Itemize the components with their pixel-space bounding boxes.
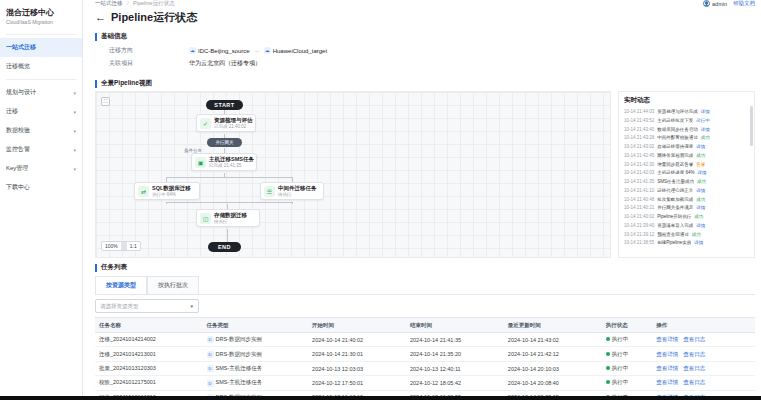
connector-line [227, 229, 228, 242]
flow-node-text: 中间件迁移任务待执行 [278, 185, 317, 197]
log-message: 主机迁移批次下发 [657, 117, 693, 126]
log-status-link[interactable]: 详情 [696, 187, 705, 196]
log-message: Pipeline开始执行 [657, 213, 691, 222]
flow-node-icon: ⇄ [138, 186, 149, 197]
view-detail-link[interactable]: 查看详情 [656, 336, 678, 342]
task-type-text: DRS-数据同步实例 [216, 336, 262, 342]
log-status-link[interactable]: 成功 [696, 152, 705, 161]
log-message: 创建Pipeline实例 [657, 239, 691, 248]
sidebar-item-2[interactable]: 迁移概览 [0, 57, 82, 76]
topbar: 一站式迁移 / Pipeline运行状态 👤 admin 帮助文档 [95, 0, 755, 7]
flow-node-title: 中间件迁移任务 [278, 185, 317, 192]
log-status-link[interactable]: 成功 [697, 178, 706, 187]
pipeline-canvas[interactable]: ⛶ START并行网关END条件分支✓资源梳理与评估已完成 21:40:02▣主… [95, 91, 611, 258]
task-table-header: 任务名称任务类型开始时间结束时间最近更新时间执行状态操作 [95, 318, 755, 333]
log-message: 存储迁移等待调度 [657, 143, 693, 152]
expand-canvas-icon[interactable]: ⛶ [101, 97, 110, 106]
log-status-link[interactable]: 详情 [696, 143, 705, 152]
log-status-link[interactable]: 运行中 [696, 117, 710, 126]
direction-label: 迁移方向 [109, 46, 189, 55]
view-detail-link[interactable]: 查看详情 [656, 365, 678, 371]
zoom-control[interactable]: 100% 1:1 [101, 241, 141, 251]
sidebar-menu: 一站式迁移迁移概览规划与设计▾迁移▾数据校验▾监控告警▾Key管理▾下载中心 [0, 38, 82, 197]
flow-node-4[interactable]: ☰中间件迁移任务待执行 [260, 182, 324, 200]
log-time: 10-14 21:42:30 [624, 161, 654, 170]
task-table: 任务名称任务类型开始时间结束时间最近更新时间执行状态操作 迁移_20241014… [95, 317, 755, 400]
log-time: 10-14 21:40:48 [624, 196, 654, 205]
log-message: 并行网关条件满足 [657, 204, 693, 213]
log-status-link[interactable]: 成功 [701, 134, 710, 143]
log-time: 10-14 21:41:35 [624, 178, 654, 187]
sidebar-item-5[interactable]: 数据校验▾ [0, 121, 82, 140]
end-time-cell: 2024-10-14 21:41:35 [406, 333, 504, 347]
tab-1[interactable]: 按资源类型 [95, 276, 147, 294]
table-row: 迁移_20241014214002DDRS-数据同步实例2024-10-14 2… [95, 333, 755, 347]
task-type-icon: D [207, 380, 214, 387]
end-time-cell: 2024-10-14 21:35:20 [406, 347, 504, 361]
log-status-link[interactable]: 详情 [696, 204, 705, 213]
help-link[interactable]: 帮助文档 [733, 0, 755, 7]
sidebar-item-7[interactable]: Key管理▾ [0, 159, 82, 178]
flow-node-title: SQL数据库迁移 [152, 185, 191, 192]
user-name: admin [712, 1, 727, 7]
log-status-link[interactable]: 告警 [696, 161, 705, 170]
resource-type-placeholder: 请选择资源类型 [100, 303, 139, 310]
flow-node-status: 待执行 [214, 219, 247, 224]
sidebar-item-3[interactable]: 规划与设计▾ [0, 83, 82, 102]
task-type-text: SMS-主机迁移任务 [216, 365, 263, 371]
log-time: 10-14 21:44:03 [624, 108, 654, 117]
log-status-link[interactable]: 成功 [694, 213, 703, 222]
view-log-link[interactable]: 查看日志 [683, 365, 705, 371]
sidebar-item-label: 迁移概览 [6, 62, 30, 71]
breadcrumb: 一站式迁移 / Pipeline运行状态 [95, 0, 175, 7]
log-message: 资源梳理与评估完成 [657, 108, 698, 117]
tab-2[interactable]: 按执行批次 [147, 276, 199, 294]
log-status-link[interactable]: 详情 [694, 239, 703, 248]
pipeline-wrap: ⛶ START并行网关END条件分支✓资源梳理与评估已完成 21:40:02▣主… [95, 91, 755, 258]
target-name: HuaweiCloud_target [273, 48, 327, 54]
view-log-link[interactable]: 查看日志 [683, 351, 705, 357]
resource-type-select[interactable]: 请选择资源类型 ▼ [95, 299, 199, 313]
page-title: Pipeline运行状态 [111, 10, 197, 25]
connector-line [166, 202, 293, 203]
user-menu[interactable]: 👤 admin [703, 0, 727, 7]
zoom-fit-button[interactable]: 1:1 [127, 242, 140, 250]
log-entry: 10-14 21:40:21并行网关条件满足详情 [624, 204, 752, 213]
log-entry: 10-14 21:43:28中间件配置校验通过成功 [624, 134, 752, 143]
flow-node-3[interactable]: ⇄SQL数据库迁移执行中 64% [134, 182, 200, 200]
column-header: 最近更新时间 [504, 318, 602, 333]
actions-cell: 查看详情查看日志 [652, 333, 755, 347]
status-text: 执行中 [612, 365, 629, 371]
sidebar-item-8[interactable]: 下载中心 [0, 178, 82, 197]
log-status-link[interactable]: 成功 [696, 196, 705, 205]
log-status-link[interactable]: 详情 [696, 222, 705, 231]
view-detail-link[interactable]: 查看详情 [656, 351, 678, 357]
sidebar-item-6[interactable]: 监控告警▾ [0, 140, 82, 159]
log-status-link[interactable]: 详情 [698, 169, 707, 178]
view-log-link[interactable]: 查看日志 [683, 336, 705, 342]
bottom-bar [0, 396, 761, 400]
breadcrumb-parent-link[interactable]: 一站式迁移 [95, 0, 123, 6]
sidebar-item-1[interactable]: 一站式迁移 [0, 38, 82, 57]
sidebar-item-label: 迁移 [6, 107, 18, 116]
start-pill: START [206, 100, 243, 110]
breadcrumb-current: Pipeline运行状态 [133, 0, 175, 6]
log-entry: 10-14 21:43:52主机迁移批次下发运行中 [624, 117, 752, 126]
log-status-link[interactable]: 详情 [701, 108, 710, 117]
view-detail-link[interactable]: 查看详情 [656, 379, 678, 385]
flow-node-text: SQL数据库迁移执行中 64% [152, 185, 191, 197]
log-status-link[interactable]: 详情 [701, 126, 710, 135]
flow-node-5[interactable]: ◫存储数据迁移待执行 [196, 209, 260, 227]
sidebar: 混合迁移中心 Cloud/IaaS Migration 一站式迁移迁移概览规划与… [0, 0, 83, 400]
sidebar-item-4[interactable]: 迁移▾ [0, 102, 82, 121]
back-button[interactable]: ← [95, 12, 106, 23]
log-time: 10-14 21:38:55 [624, 239, 654, 248]
flow-node-1[interactable]: ✓资源梳理与评估已完成 21:40:02 [196, 114, 256, 132]
log-scrollbar[interactable] [750, 106, 753, 146]
flow-node-2[interactable]: ▣主机迁移SMS任务已完成 21:41:35 [191, 153, 257, 171]
filter-row: 请选择资源类型 ▼ [95, 295, 755, 317]
page-header: ← Pipeline运行状态 [95, 7, 755, 29]
log-status-link[interactable]: 成功 [692, 231, 701, 240]
app-window: 混合迁移中心 Cloud/IaaS Migration 一站式迁移迁移概览规划与… [0, 0, 761, 400]
view-log-link[interactable]: 查看日志 [683, 379, 705, 385]
